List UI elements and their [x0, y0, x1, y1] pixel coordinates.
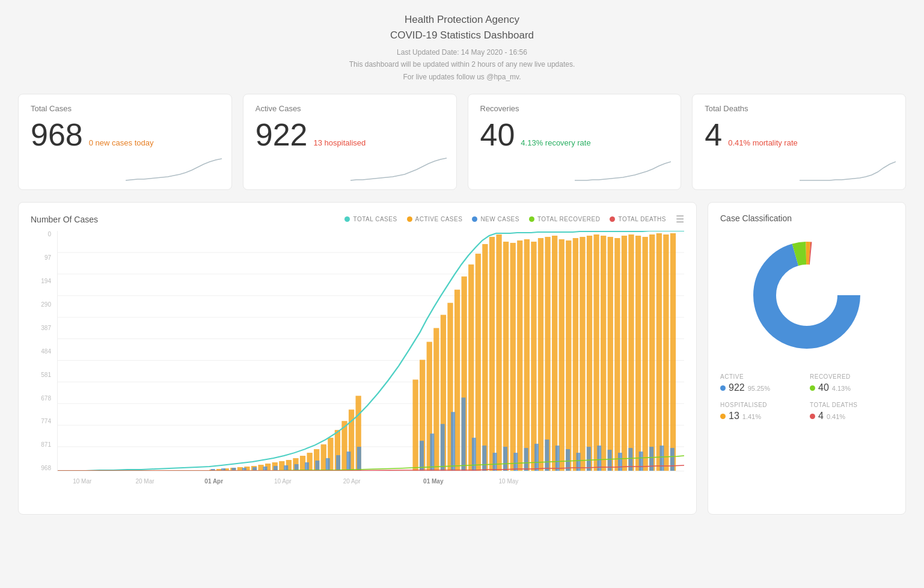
svg-rect-23: [300, 456, 305, 471]
svg-rect-95: [524, 448, 528, 471]
legend-total-cases: TOTAL CASES: [344, 216, 397, 222]
donut-stats: ACTIVE 922 95.25% RECOVERED 40 4.13%: [720, 373, 893, 421]
svg-rect-38: [454, 290, 460, 471]
svg-rect-62: [622, 236, 627, 471]
svg-rect-46: [510, 243, 516, 471]
svg-rect-51: [545, 237, 550, 471]
recoveries-label: Recoveries: [480, 104, 669, 113]
total-deaths-sub: 0.41% mortality rate: [728, 138, 798, 147]
chart-legend: TOTAL CASES ACTIVE CASES NEW CASES TOTAL…: [344, 213, 684, 225]
active-cases-label: Active Cases: [255, 104, 444, 113]
svg-rect-57: [587, 236, 592, 471]
svg-rect-79: [305, 462, 309, 471]
donut-wrapper: [720, 229, 893, 361]
stat-cards-row: Total Cases 968 0 new cases today Active…: [18, 94, 906, 190]
recoveries-card: Recoveries 40 4.13% recovery rate: [468, 94, 682, 190]
total-deaths-card: Total Deaths 4 0.41% mortality rate: [692, 94, 906, 190]
svg-point-114: [777, 265, 837, 325]
svg-rect-74: [252, 467, 257, 471]
svg-rect-59: [601, 236, 606, 471]
donut-dot-active: [720, 385, 726, 391]
svg-rect-54: [566, 240, 571, 471]
svg-rect-44: [496, 234, 501, 471]
svg-rect-86: [430, 433, 434, 471]
donut-stat-hospitalised: HOSPITALISED 13 1.41%: [720, 402, 804, 421]
legend-active-cases: ACTIVE CASES: [407, 216, 463, 222]
main-chart-container: 968 871 774 678 581 484 387 290 194 97 0: [31, 231, 684, 489]
bottom-row: Number Of Cases TOTAL CASES ACTIVE CASES…: [18, 202, 906, 515]
active-cases-sparkline: [350, 157, 447, 181]
legend-dot-total-cases: [344, 216, 350, 222]
svg-rect-81: [326, 458, 330, 471]
donut-svg: [741, 229, 873, 361]
svg-rect-48: [524, 239, 530, 471]
main-chart-svg: [58, 231, 684, 471]
svg-rect-20: [279, 461, 284, 471]
x-label-20apr: 20 Apr: [343, 478, 361, 485]
svg-rect-42: [482, 244, 488, 471]
chart-inner: [57, 231, 684, 471]
svg-rect-94: [513, 453, 518, 471]
svg-rect-52: [552, 236, 557, 471]
svg-rect-84: [357, 447, 361, 471]
x-label-10apr: 10 Apr: [274, 478, 292, 485]
x-label-10may: 10 May: [499, 478, 519, 485]
x-label-10mar: 10 Mar: [73, 478, 91, 485]
svg-rect-92: [493, 453, 497, 471]
svg-rect-60: [608, 237, 613, 471]
svg-rect-96: [534, 444, 539, 471]
svg-rect-53: [559, 239, 564, 471]
main-chart-title: Number Of Cases: [31, 215, 98, 224]
svg-rect-26: [321, 444, 326, 471]
svg-rect-90: [472, 438, 476, 471]
svg-rect-105: [628, 448, 632, 471]
svg-rect-80: [315, 461, 319, 471]
svg-rect-63: [628, 234, 634, 471]
legend-dot-active-cases: [407, 216, 412, 222]
active-cases-card: Active Cases 922 13 hospitalised: [243, 94, 457, 190]
total-cases-number: 968: [31, 119, 83, 150]
svg-rect-108: [659, 446, 664, 471]
svg-rect-32: [412, 380, 418, 471]
svg-rect-66: [649, 234, 655, 471]
svg-rect-93: [503, 447, 507, 471]
svg-rect-68: [663, 234, 669, 471]
active-cases-number: 922: [255, 119, 308, 150]
svg-rect-109: [670, 448, 675, 471]
svg-rect-43: [489, 237, 495, 471]
x-label-01apr: 01 Apr: [204, 478, 223, 485]
donut-chart-title: Case Classification: [720, 213, 893, 223]
recoveries-sub: 4.13% recovery rate: [521, 138, 590, 147]
svg-rect-83: [346, 452, 350, 471]
svg-rect-85: [420, 441, 424, 471]
total-cases-sparkline: [126, 157, 222, 181]
svg-rect-64: [635, 236, 641, 471]
x-axis: 10 Mar 20 Mar 01 Apr 10 Apr 20 Apr 01 Ma…: [57, 473, 684, 489]
svg-rect-91: [482, 446, 486, 471]
main-chart-card: Number Of Cases TOTAL CASES ACTIVE CASES…: [18, 202, 697, 515]
svg-rect-65: [643, 237, 648, 471]
donut-stat-recovered: RECOVERED 40 4.13%: [810, 373, 893, 393]
legend-dot-new-cases: [472, 216, 477, 222]
active-cases-sub: 13 hospitalised: [314, 138, 366, 147]
recoveries-sparkline: [575, 157, 671, 181]
total-cases-card: Total Cases 968 0 new cases today: [18, 94, 232, 190]
donut-card: Case Classification: [708, 202, 906, 515]
chart-menu-icon[interactable]: ☰: [676, 213, 684, 225]
svg-rect-45: [503, 242, 509, 471]
svg-rect-107: [649, 447, 653, 471]
svg-rect-17: [258, 465, 263, 471]
total-deaths-label: Total Deaths: [705, 104, 893, 113]
donut-stat-active: ACTIVE 922 95.25%: [720, 373, 804, 393]
dashboard-title: Health Protection Agency COVID-19 Statis…: [18, 12, 906, 43]
legend-total-deaths: TOTAL DEATHS: [610, 216, 666, 222]
svg-rect-67: [656, 233, 662, 471]
svg-rect-47: [517, 240, 522, 471]
total-deaths-number: 4: [705, 119, 722, 150]
total-cases-label: Total Cases: [31, 104, 219, 113]
svg-rect-104: [618, 453, 622, 471]
y-axis: 968 871 774 678 581 484 387 290 194 97 0: [31, 231, 55, 471]
svg-rect-35: [433, 328, 439, 471]
svg-rect-88: [451, 412, 455, 471]
legend-total-recovered: TOTAL RECOVERED: [529, 216, 601, 222]
